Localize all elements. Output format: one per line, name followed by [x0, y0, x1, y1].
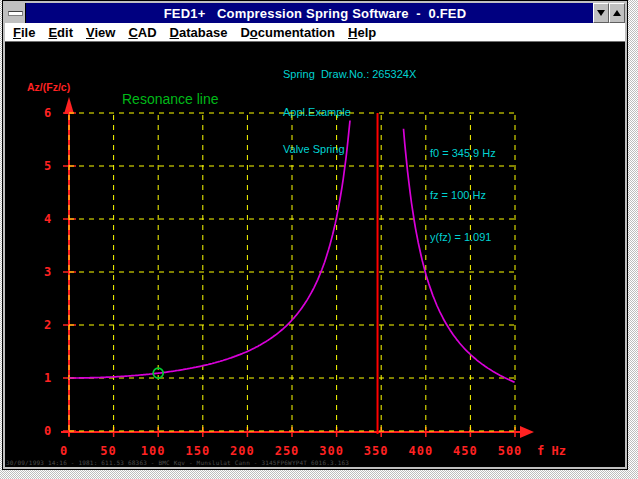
status-bar-text: 30/09/1993 14:16 - 1981: 611.53 68363 - …	[6, 459, 349, 466]
window-title: FED1+ Compression Spring Software - 0.FE…	[164, 6, 467, 21]
menu-item-documentation[interactable]: Documentation	[240, 25, 335, 40]
maximize-arrow-icon	[613, 10, 621, 16]
system-menu-icon	[8, 11, 23, 16]
menu-item-cad[interactable]: CAD	[128, 25, 156, 40]
spring-draw-no: Spring Draw.No.: 265324X	[283, 68, 416, 81]
frequency-info-box: f0 = 345.9 Hz fz = 100 Hz y(fz) = 1.091	[430, 118, 496, 258]
yfz-value: y(fz) = 1.091	[430, 230, 496, 244]
fz-value: fz = 100 Hz	[430, 188, 496, 202]
menu-item-help[interactable]: Help	[348, 25, 376, 40]
menu-bar: FileEditViewCADDatabaseDocumentationHelp	[5, 23, 625, 42]
menu-item-database[interactable]: Database	[170, 25, 228, 40]
title-bar[interactable]: FED1+ Compression Spring Software - 0.FE…	[5, 3, 625, 23]
f0-value: f0 = 345.9 Hz	[430, 146, 496, 160]
system-menu-button[interactable]	[5, 3, 26, 23]
window-controls	[593, 3, 625, 23]
minimize-button[interactable]	[593, 3, 609, 23]
spring-type: Valve Spring	[283, 143, 416, 156]
menu-item-view[interactable]: View	[86, 25, 115, 40]
spring-header-note: Spring Draw.No.: 265324X Appl.Example Va…	[283, 43, 416, 168]
x-axis-label: f Hz	[537, 444, 566, 458]
resonance-line-label: Resonance line	[122, 91, 219, 107]
minimize-arrow-icon	[597, 10, 605, 16]
menu-item-edit[interactable]: Edit	[48, 25, 73, 40]
menu-item-file[interactable]: File	[13, 25, 35, 40]
y-axis-label: Az/(Fz/c)	[27, 81, 70, 93]
spring-appl-example: Appl.Example	[283, 106, 416, 119]
desktop: { "window": { "title": "FED1+ Compressio…	[0, 0, 638, 479]
maximize-button[interactable]	[609, 3, 625, 23]
